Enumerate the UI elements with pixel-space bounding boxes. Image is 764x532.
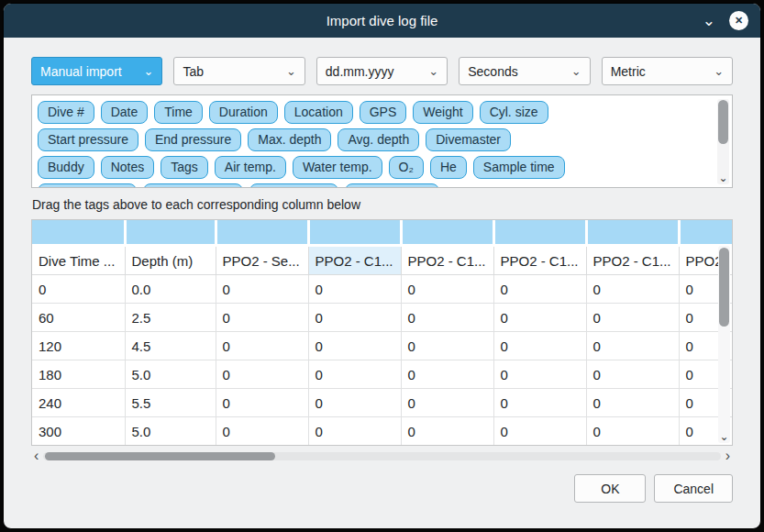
field-tag[interactable]: Duration xyxy=(209,101,278,124)
scroll-right-icon[interactable]: › xyxy=(725,449,730,463)
table-scrollbar-horizontal[interactable]: ‹ › xyxy=(31,449,733,463)
table-cell: 0 xyxy=(493,275,586,304)
table-cell: 0 xyxy=(216,417,308,446)
field-tag[interactable]: Sample pO₂ xyxy=(249,183,338,188)
field-tag[interactable]: Sample depth xyxy=(38,183,137,188)
table-cell: 0 xyxy=(401,417,493,446)
titlebar[interactable]: Import dive log file ⌄ ✕ xyxy=(4,4,760,38)
scroll-down-icon[interactable]: ⌄ xyxy=(718,430,730,443)
hscroll-thumb[interactable] xyxy=(45,452,275,460)
field-tag[interactable]: End pressure xyxy=(145,128,241,151)
dialog-buttons: OK Cancel xyxy=(31,474,733,503)
table-cell: 0 xyxy=(493,417,586,446)
table-row: 1204.5000000 xyxy=(32,332,733,360)
field-tag[interactable]: Divemaster xyxy=(426,128,511,151)
cancel-button[interactable]: Cancel xyxy=(654,474,733,503)
ok-button[interactable]: OK xyxy=(574,474,646,503)
field-tag[interactable]: GPS xyxy=(360,101,407,124)
preview-table: Dive Time ...Depth (m)PPO2 - Se...PPO2 -… xyxy=(32,220,733,446)
table-row: 2405.5000000 xyxy=(32,389,733,417)
combo-date-format[interactable]: dd.mm.yyyy⌄ xyxy=(316,57,448,85)
table-cell: 0 xyxy=(401,304,493,332)
chevron-down-icon: ⌄ xyxy=(286,65,296,77)
tags-scrollbar-thumb[interactable] xyxy=(718,100,728,144)
column-drop-target[interactable] xyxy=(216,220,308,246)
field-tag[interactable]: Cyl. size xyxy=(480,101,548,124)
table-row: 3005.0000000 xyxy=(32,417,733,446)
table-cell: 0 xyxy=(216,304,308,332)
field-tag[interactable]: Sample time xyxy=(473,156,565,179)
column-header: PPO2 - C1... xyxy=(308,246,401,275)
scroll-down-icon[interactable]: ⌄ xyxy=(717,172,729,184)
table-row: 00.0000000 xyxy=(32,275,733,304)
field-tag[interactable]: Time xyxy=(154,101,203,124)
field-tag[interactable]: Avg. depth xyxy=(338,128,419,151)
table-cell: 0 xyxy=(32,275,125,304)
instruction-text: Drag the tags above to each correspondin… xyxy=(32,197,733,212)
column-header: Dive Time ... xyxy=(32,246,125,275)
field-tag[interactable]: Sample temp. xyxy=(143,183,242,188)
table-cell: 180 xyxy=(32,360,125,389)
chevron-down-icon: ⌄ xyxy=(428,65,438,77)
table-cell: 0 xyxy=(493,332,586,360)
field-tag[interactable]: Notes xyxy=(101,156,155,179)
field-tag[interactable]: O₂ xyxy=(389,156,424,179)
table-cell: 0 xyxy=(216,275,308,304)
field-tag[interactable]: Air temp. xyxy=(215,156,286,179)
tags-scrollbar[interactable]: ⌄ xyxy=(717,99,729,184)
table-cell: 0 xyxy=(586,332,679,360)
table-vscroll-thumb[interactable] xyxy=(719,248,729,327)
field-tag[interactable]: Sample CNS xyxy=(345,183,439,188)
field-tag[interactable]: Buddy xyxy=(38,156,94,179)
field-tag[interactable]: Location xyxy=(284,101,353,124)
column-drop-target[interactable] xyxy=(586,220,679,246)
combo-units[interactable]: Metric⌄ xyxy=(602,57,733,85)
tag-row: BuddyNotesTagsAir temp.Water temp.O₂HeSa… xyxy=(38,156,710,179)
field-tag[interactable]: Start pressure xyxy=(38,128,138,151)
hscroll-track[interactable] xyxy=(43,452,720,460)
field-tag[interactable]: He xyxy=(430,156,467,179)
scroll-left-icon[interactable]: ‹ xyxy=(34,449,39,463)
table-scrollbar-vertical[interactable]: ⌄ xyxy=(718,246,730,443)
combo-import-type[interactable]: Manual import⌄ xyxy=(31,57,162,85)
column-drop-target[interactable] xyxy=(308,220,401,246)
close-icon: ✕ xyxy=(735,16,743,26)
column-header: PPO2 - C1... xyxy=(586,246,679,275)
table-cell: 5.5 xyxy=(125,389,216,417)
close-button[interactable]: ✕ xyxy=(729,11,748,30)
combo-field-separator[interactable]: Tab⌄ xyxy=(173,57,304,85)
table-cell: 0 xyxy=(586,275,679,304)
field-tag[interactable]: Max. depth xyxy=(248,128,331,151)
combo-value: dd.mm.yyyy xyxy=(326,64,394,79)
titlebar-chevron-icon[interactable]: ⌄ xyxy=(703,13,715,28)
titlebar-controls: ⌄ ✕ xyxy=(703,11,760,30)
table-cell: 240 xyxy=(32,389,125,417)
table-cell: 120 xyxy=(32,332,125,360)
table-cell: 5.0 xyxy=(125,360,216,389)
field-tag[interactable]: Weight xyxy=(413,101,472,124)
column-drop-target[interactable] xyxy=(679,220,733,246)
table-cell: 5.0 xyxy=(125,417,216,446)
tag-row: Start pressureEnd pressureMax. depthAvg.… xyxy=(38,128,710,151)
table-cell: 0 xyxy=(216,360,308,389)
column-drop-target[interactable] xyxy=(125,220,216,246)
table-cell: 0 xyxy=(308,360,401,389)
field-tag[interactable]: Tags xyxy=(161,156,208,179)
chevron-down-icon: ⌄ xyxy=(571,65,581,77)
header-row: Dive Time ...Depth (m)PPO2 - Se...PPO2 -… xyxy=(32,246,733,275)
column-drop-target[interactable] xyxy=(32,220,125,246)
field-tag[interactable]: Water temp. xyxy=(293,156,382,179)
column-drop-target[interactable] xyxy=(401,220,493,246)
combo-value: Tab xyxy=(183,64,204,79)
table-cell: 0 xyxy=(308,332,401,360)
column-drop-target[interactable] xyxy=(493,220,586,246)
column-header: Depth (m) xyxy=(125,246,216,275)
table-cell: 0 xyxy=(216,332,308,360)
import-dialog: Import dive log file ⌄ ✕ Manual import⌄T… xyxy=(3,3,761,529)
table-cell: 4.5 xyxy=(125,332,216,360)
field-tag[interactable]: Date xyxy=(101,101,149,124)
import-options-row: Manual import⌄Tab⌄dd.mm.yyyy⌄Seconds⌄Met… xyxy=(31,57,733,85)
field-tag[interactable]: Dive # xyxy=(38,101,94,124)
preview-table-container: Dive Time ...Depth (m)PPO2 - Se...PPO2 -… xyxy=(31,219,733,446)
combo-duration-format[interactable]: Seconds⌄ xyxy=(459,57,590,85)
